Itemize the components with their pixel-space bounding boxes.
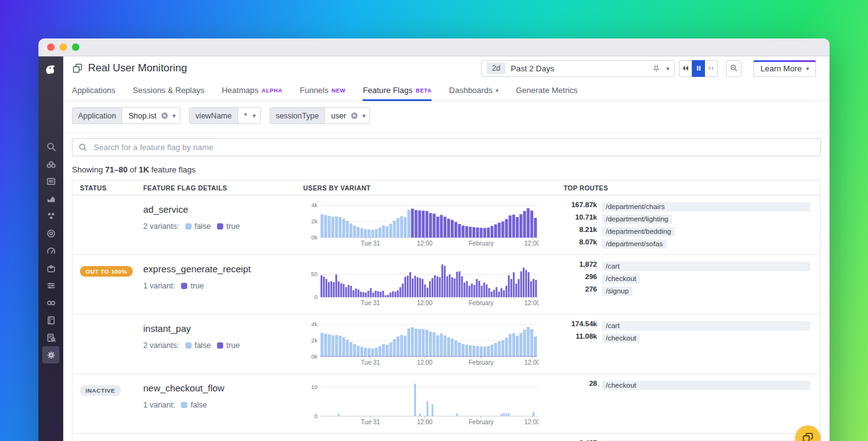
status-cell: OUT TO 100% (73, 255, 143, 314)
datadog-logo[interactable] (43, 63, 59, 78)
chevron-down-icon[interactable]: ▾ (253, 112, 256, 119)
route-row[interactable]: 10.71k /department/lighting (564, 213, 810, 224)
feature-flag-name[interactable]: new_checkout_flow (143, 383, 303, 393)
search-icon (78, 143, 87, 152)
chevron-down-icon: ▾ (495, 87, 498, 94)
app-window: ? Real User Monitoring 2d Past 2 Days (38, 38, 830, 441)
time-range-label: Past 2 Days (511, 64, 647, 73)
feature-flag-row: INACTIVE new_checkout_flow 1 variant: fa… (73, 374, 820, 434)
rum-windows-icon (72, 63, 83, 74)
filter-pill-application[interactable]: Application Shop.ist ▾ (72, 107, 180, 124)
tab-badge: BETA (415, 87, 432, 94)
svg-text:Tue 31: Tue 31 (361, 359, 380, 366)
sidebar-area-chart-icon[interactable] (42, 190, 60, 207)
chevron-down-icon[interactable]: ▾ (362, 112, 365, 119)
users-by-variant-cell: 500Tue 3112:00February12:00 (303, 255, 564, 314)
remove-filter-icon[interactable] (161, 112, 169, 120)
details-cell: express_generate_receipt 1 variant: true (143, 255, 303, 314)
route-bar-track: /department/chairs (602, 200, 810, 212)
route-row[interactable]: 2,487 /department/chairs (564, 439, 810, 441)
pause-button[interactable] (692, 60, 705, 77)
desktop-background: ? Real User Monitoring 2d Past 2 Days (0, 0, 868, 441)
tab-applications[interactable]: Applications ▾ (72, 80, 115, 100)
sidebar-notebook-icon[interactable] (42, 311, 60, 329)
sidebar-log-search-icon[interactable] (42, 329, 60, 346)
variant-color-chip (185, 342, 192, 349)
sidebar-list-icon[interactable] (42, 172, 60, 190)
filter-value: Shop.ist (122, 112, 161, 120)
sidebar-cluster-icon[interactable] (42, 207, 60, 225)
tab-feature-flags[interactable]: Feature Flags BETA ▾ (363, 80, 432, 100)
svg-text:February: February (469, 419, 494, 425)
route-count: 2,487 (564, 439, 597, 441)
route-count: 8.21k (564, 225, 597, 234)
rum-tab-bar: Applications ▾ Sessions & Replays ▾ Heat… (63, 80, 830, 101)
learn-more-button[interactable]: Learn More ▾ (753, 60, 816, 77)
sidebar-target-icon[interactable] (42, 225, 60, 242)
feature-flag-row: OUT TO 100% express_generate_receipt 1 v… (73, 255, 820, 314)
sidebar-gauge-icon[interactable] (42, 242, 60, 259)
feature-flag-name[interactable]: ad_service (143, 204, 303, 215)
route-count: 28 (564, 379, 597, 388)
sidebar-ux-monitoring-icon[interactable] (42, 346, 60, 363)
tab-heatmaps[interactable]: Heatmaps ALPHA ▾ (222, 80, 283, 100)
sidebar-search-icon[interactable] (42, 138, 60, 155)
tab-dashboards[interactable]: Dashboards ▾ (449, 80, 498, 100)
chevron-down-icon[interactable]: ▾ (172, 112, 175, 119)
route-row[interactable]: 8.07k /department/sofas (564, 238, 810, 249)
close-window-button[interactable] (47, 43, 55, 51)
sidebar-link-icon[interactable] (42, 294, 60, 311)
sidebar-binoculars-icon[interactable] (42, 155, 60, 172)
route-row[interactable]: 8.21k /department/bedding (564, 225, 810, 236)
route-row[interactable]: 174.54k /cart (564, 319, 810, 331)
filter-key: viewName (190, 108, 237, 123)
route-row[interactable]: 11.08k /checkout (564, 332, 810, 343)
route-path: /department/lighting (602, 215, 672, 224)
tab-label: Feature Flags (363, 86, 412, 95)
route-row[interactable]: 296 /checkout (564, 272, 810, 283)
sidebar-filter-icon[interactable] (42, 277, 60, 294)
tab-sessions-replays[interactable]: Sessions & Replays ▾ (133, 80, 205, 100)
tab-generate-metrics[interactable]: Generate Metrics ▾ (516, 80, 578, 100)
feature-flag-name[interactable]: express_generate_receipt (143, 264, 303, 274)
time-range-selector[interactable]: 2d Past 2 Days ▾ (481, 60, 675, 77)
users-by-variant-cell: 4k2k0kTue 3112:00February12:00 (303, 195, 564, 254)
variants-line: 2 variants: false true (143, 341, 303, 350)
details-cell: suggested_for_you 1 variant: false (143, 434, 303, 441)
route-path: /department/chairs (602, 202, 810, 212)
status-cell (73, 314, 143, 373)
svg-text:0k: 0k (311, 234, 317, 241)
pin-icon[interactable] (652, 65, 660, 73)
route-row[interactable]: 276 /signup (564, 285, 810, 296)
filter-pill-viewname[interactable]: viewName * ▾ (189, 107, 260, 124)
svg-text:12:00: 12:00 (525, 359, 539, 366)
search-input[interactable] (92, 142, 815, 153)
svg-text:0: 0 (314, 293, 317, 300)
feature-flag-search[interactable] (72, 138, 821, 156)
column-header-users-by-variant: USERS BY VARIANT (303, 180, 564, 195)
route-row[interactable]: 1,872 /cart (564, 260, 810, 271)
route-row[interactable]: 167.87k /department/chairs (564, 200, 810, 212)
minimize-window-button[interactable] (60, 43, 67, 51)
sidebar-puzzle-icon[interactable] (42, 259, 60, 277)
zoom-out-button[interactable] (726, 60, 742, 77)
feature-flag-name[interactable]: instant_pay (143, 323, 303, 334)
tab-funnels[interactable]: Funnels NEW ▾ (299, 80, 345, 100)
svg-text:10: 10 (311, 383, 317, 390)
users-by-variant-chart: 4k2k0kTue 3112:00February12:00 (303, 200, 539, 248)
variant-legend-item: false (181, 401, 206, 409)
svg-text:12:00: 12:00 (417, 419, 432, 425)
fast-forward-button[interactable] (705, 60, 718, 77)
route-row[interactable]: 28 /checkout (564, 379, 810, 390)
variant-label: false (190, 401, 206, 409)
rewind-button[interactable] (679, 60, 692, 77)
maximize-window-button[interactable] (72, 43, 79, 51)
filter-pill-sessiontype[interactable]: sessionType user ▾ (270, 107, 371, 124)
remove-filter-icon[interactable] (350, 112, 358, 120)
chevron-down-icon[interactable]: ▾ (666, 65, 669, 72)
variants-line: 1 variant: true (143, 282, 303, 290)
route-count: 1,872 (564, 260, 597, 269)
route-count: 174.54k (564, 319, 597, 329)
tab-label: Applications (72, 86, 115, 95)
learn-more-label: Learn More (760, 64, 801, 73)
